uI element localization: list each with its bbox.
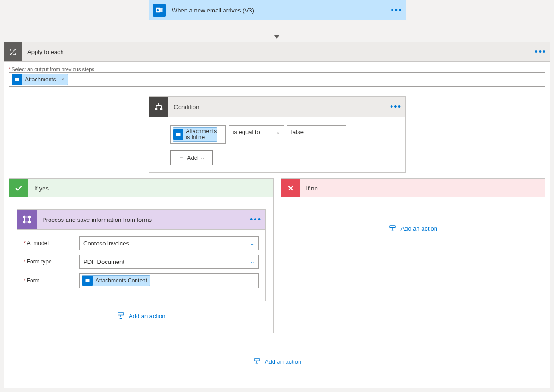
condition-body: Attachments is Inline is equal to ⌄ fals… [149, 117, 405, 172]
form-type-label: *Form type [24, 258, 79, 265]
svg-rect-2 [15, 78, 19, 81]
ai-model-label: *AI model [24, 240, 79, 246]
svg-rect-4 [160, 108, 162, 110]
check-icon [9, 179, 28, 197]
token-text: Attachments Content [95, 277, 150, 284]
trigger-card[interactable]: When a new email arrives (V3) ••• [149, 0, 406, 20]
if-no-title: If no [300, 185, 318, 192]
condition-icon [149, 102, 168, 112]
svg-rect-1 [160, 8, 163, 12]
form-input[interactable]: Attachments Content [79, 273, 259, 288]
svg-rect-3 [155, 108, 157, 110]
apply-to-each-body: *Select an output from previous steps At… [4, 62, 550, 388]
attachments-token[interactable]: Attachments × [12, 74, 68, 85]
token-text: Attachments [25, 76, 59, 83]
token-text: Attachments is Inline [186, 129, 217, 141]
process-forms-header[interactable]: Process and save information from forms … [17, 210, 265, 229]
ai-builder-icon [17, 210, 37, 229]
if-yes-title: If yes [28, 185, 49, 192]
if-yes-header: If yes [9, 179, 273, 197]
apply-to-each-title: Apply to each [22, 49, 531, 55]
condition-title: Condition [174, 104, 387, 110]
svg-rect-13 [254, 359, 260, 361]
add-action-icon [388, 224, 397, 233]
condition-operator-select[interactable]: is equal to ⌄ [229, 125, 284, 138]
ai-model-select[interactable]: Contoso invoices ⌄ [79, 236, 259, 250]
add-action-icon [253, 357, 261, 366]
svg-rect-11 [118, 313, 124, 315]
close-icon [281, 179, 300, 197]
form-label: *Form [24, 277, 79, 284]
trigger-title: When a new email arrives (V3) [169, 7, 387, 14]
plus-icon: ＋ [178, 153, 184, 162]
trigger-menu-button[interactable]: ••• [387, 6, 406, 15]
condition-left-operand[interactable]: Attachments is Inline [170, 125, 226, 144]
if-yes-branch: If yes Process and save [9, 178, 274, 333]
loop-icon [4, 42, 22, 61]
outlook-icon [173, 129, 183, 140]
select-output-input[interactable]: Attachments × [9, 72, 545, 87]
condition-add-button[interactable]: ＋ Add ⌄ [170, 150, 213, 165]
form-type-select[interactable]: PDF Document ⌄ [79, 255, 259, 269]
outlook-icon [12, 74, 22, 85]
chevron-down-icon: ⌄ [200, 155, 205, 161]
condition-menu-button[interactable]: ••• [387, 102, 405, 112]
process-forms-card: Process and save information from forms … [17, 209, 266, 301]
chevron-down-icon: ⌄ [250, 258, 255, 265]
outlook-icon [149, 0, 169, 20]
chevron-down-icon: ⌄ [276, 129, 280, 135]
process-forms-title: Process and save information from forms [37, 216, 247, 223]
if-yes-add-action-button[interactable]: Add an action [17, 306, 266, 325]
arrow-icon [276, 21, 277, 38]
if-no-header: If no [281, 179, 545, 197]
condition-header[interactable]: Condition ••• [149, 97, 405, 117]
apply-to-each-menu-button[interactable]: ••• [531, 47, 550, 57]
if-no-add-action-button[interactable]: Add an action [289, 219, 538, 238]
svg-rect-10 [86, 279, 90, 282]
process-forms-menu-button[interactable]: ••• [247, 215, 265, 225]
attachments-content-token[interactable]: Attachments Content [82, 275, 150, 286]
apply-to-each-add-action-button[interactable]: Add an action [9, 352, 545, 371]
chevron-down-icon: ⌄ [250, 240, 255, 246]
inline-token[interactable]: Attachments is Inline [173, 127, 218, 142]
required-marker: * [9, 67, 11, 72]
select-output-label: *Select an output from previous steps [9, 67, 545, 72]
outlook-icon [82, 276, 93, 286]
svg-rect-12 [390, 226, 395, 228]
svg-rect-5 [176, 133, 180, 136]
if-no-branch: If no Add an action [281, 178, 546, 257]
condition-card: Condition ••• Attachments is Inline [149, 96, 406, 173]
condition-value-input[interactable]: false [287, 125, 346, 138]
token-remove-button[interactable]: × [59, 76, 68, 83]
apply-to-each-header[interactable]: Apply to each ••• [4, 42, 550, 62]
add-action-icon [117, 312, 125, 320]
